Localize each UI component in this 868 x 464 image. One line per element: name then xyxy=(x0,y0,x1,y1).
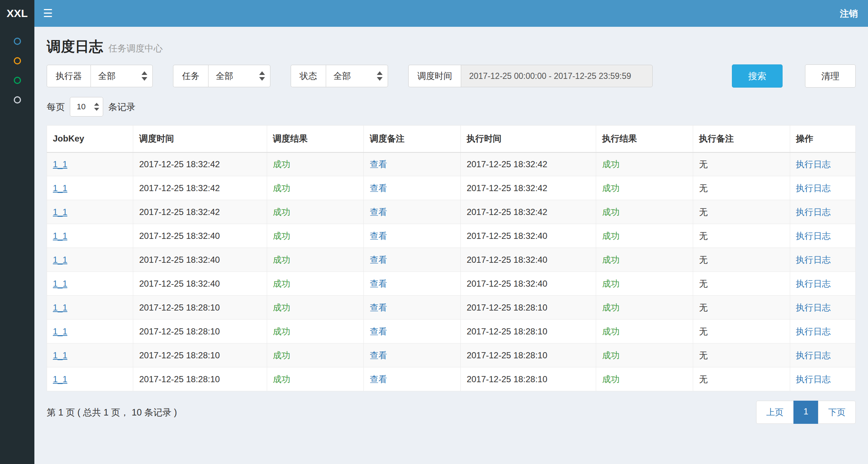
handle-msg-cell: 无 xyxy=(693,343,790,367)
handle-result-cell: 成功 xyxy=(596,248,693,272)
circle-icon[interactable] xyxy=(14,96,21,104)
jobkey-link[interactable]: 1_1 xyxy=(53,374,67,384)
exec-log-link[interactable]: 执行日志 xyxy=(796,207,831,217)
log-table-body: 1_1 2017-12-25 18:32:42 成功 查看 2017-12-25… xyxy=(47,152,856,391)
handle-msg-cell: 无 xyxy=(693,367,790,391)
col-handle-result: 执行结果 xyxy=(596,126,693,152)
exec-log-link[interactable]: 执行日志 xyxy=(796,374,831,384)
clear-button[interactable]: 清理 xyxy=(805,64,856,88)
page-size-suffix: 条记录 xyxy=(108,101,135,113)
exec-log-link[interactable]: 执行日志 xyxy=(796,279,831,288)
trigger-time-cell: 2017-12-25 18:32:40 xyxy=(133,224,267,248)
executor-select[interactable]: 全部 xyxy=(90,65,153,87)
col-trigger-time: 调度时间 xyxy=(133,126,267,152)
trigger-msg-link[interactable]: 查看 xyxy=(370,207,387,217)
circle-icon[interactable] xyxy=(14,77,21,84)
exec-log-link[interactable]: 执行日志 xyxy=(796,303,831,312)
exec-log-link[interactable]: 执行日志 xyxy=(796,326,831,336)
trigger-result-cell: 成功 xyxy=(267,248,364,272)
trigger-result-cell: 成功 xyxy=(267,152,364,176)
table-row: 1_1 2017-12-25 18:32:42 成功 查看 2017-12-25… xyxy=(47,176,856,200)
search-button[interactable]: 搜索 xyxy=(732,64,783,88)
exec-log-link[interactable]: 执行日志 xyxy=(796,231,831,241)
table-row: 1_1 2017-12-25 18:28:10 成功 查看 2017-12-25… xyxy=(47,320,856,343)
table-row: 1_1 2017-12-25 18:32:42 成功 查看 2017-12-25… xyxy=(47,200,856,224)
select-arrows-icon xyxy=(377,71,383,81)
log-table: JobKey 调度时间 调度结果 调度备注 执行时间 执行结果 执行备注 操作 … xyxy=(47,125,856,391)
handle-result-cell: 成功 xyxy=(596,343,693,367)
trigger-msg-link[interactable]: 查看 xyxy=(370,303,387,312)
handle-msg-cell: 无 xyxy=(693,176,790,200)
table-row: 1_1 2017-12-25 18:28:10 成功 查看 2017-12-25… xyxy=(47,296,856,320)
exec-log-link[interactable]: 执行日志 xyxy=(796,350,831,360)
navbar-main: ☰ 注销 xyxy=(34,0,868,27)
handle-time-cell: 2017-12-25 18:28:10 xyxy=(461,343,596,367)
page-subtitle: 任务调度中心 xyxy=(108,43,163,53)
page-size-value: 10 xyxy=(77,102,85,111)
trigger-msg-link[interactable]: 查看 xyxy=(370,279,387,288)
trigger-msg-link[interactable]: 查看 xyxy=(370,350,387,360)
jobkey-link[interactable]: 1_1 xyxy=(53,255,67,265)
page-size-select[interactable]: 10 xyxy=(70,97,103,117)
jobkey-link[interactable]: 1_1 xyxy=(53,207,67,217)
circle-icon[interactable] xyxy=(14,57,21,64)
trigger-result-cell: 成功 xyxy=(267,320,364,343)
current-page-button[interactable]: 1 xyxy=(793,401,818,424)
jobkey-link[interactable]: 1_1 xyxy=(53,231,67,241)
executor-filter-group: 执行器 全部 xyxy=(47,65,153,87)
jobkey-link[interactable]: 1_1 xyxy=(53,183,67,193)
handle-time-cell: 2017-12-25 18:28:10 xyxy=(461,296,596,320)
col-trigger-msg: 调度备注 xyxy=(364,126,461,152)
page-title: 调度日志 xyxy=(47,39,103,54)
prev-page-button[interactable]: 上页 xyxy=(756,401,794,424)
handle-msg-cell: 无 xyxy=(693,272,790,296)
exec-log-link[interactable]: 执行日志 xyxy=(796,183,831,193)
jobkey-link[interactable]: 1_1 xyxy=(53,159,67,169)
trigger-msg-link[interactable]: 查看 xyxy=(370,326,387,336)
select-arrows-icon xyxy=(259,71,265,81)
trigger-result-cell: 成功 xyxy=(267,200,364,224)
trigger-time-cell: 2017-12-25 18:28:10 xyxy=(133,343,267,367)
exec-log-link[interactable]: 执行日志 xyxy=(796,159,831,169)
trigger-time-cell: 2017-12-25 18:28:10 xyxy=(133,320,267,343)
handle-time-cell: 2017-12-25 18:32:40 xyxy=(461,272,596,296)
trigger-msg-link[interactable]: 查看 xyxy=(370,159,387,169)
jobkey-link[interactable]: 1_1 xyxy=(53,279,67,288)
trigger-result-cell: 成功 xyxy=(267,176,364,200)
trigger-time-filter-group: 调度时间 2017-12-25 00:00:00 - 2017-12-25 23… xyxy=(408,65,653,87)
jobkey-link[interactable]: 1_1 xyxy=(53,303,67,312)
trigger-msg-link[interactable]: 查看 xyxy=(370,374,387,384)
trigger-msg-link[interactable]: 查看 xyxy=(370,231,387,241)
filter-bar: 执行器 全部 任务 全部 状态 全部 调度时间 2017-12-25 00:00… xyxy=(47,64,856,88)
trigger-msg-link[interactable]: 查看 xyxy=(370,255,387,265)
next-page-button[interactable]: 下页 xyxy=(818,401,856,424)
job-select[interactable]: 全部 xyxy=(208,65,270,87)
sidebar xyxy=(0,27,34,464)
jobkey-link[interactable]: 1_1 xyxy=(53,326,67,336)
sidebar-menu xyxy=(0,27,34,116)
handle-msg-cell: 无 xyxy=(693,224,790,248)
handle-result-cell: 成功 xyxy=(596,320,693,343)
col-jobkey: JobKey xyxy=(47,126,133,152)
handle-time-cell: 2017-12-25 18:32:42 xyxy=(461,176,596,200)
jobkey-link[interactable]: 1_1 xyxy=(53,350,67,360)
main-content: 调度日志 任务调度中心 执行器 全部 任务 全部 状态 全部 调度时 xyxy=(34,27,868,424)
table-row: 1_1 2017-12-25 18:32:42 成功 查看 2017-12-25… xyxy=(47,152,856,176)
handle-msg-cell: 无 xyxy=(693,200,790,224)
trigger-result-cell: 成功 xyxy=(267,224,364,248)
handle-result-cell: 成功 xyxy=(596,272,693,296)
handle-time-cell: 2017-12-25 18:32:42 xyxy=(461,152,596,176)
trigger-msg-link[interactable]: 查看 xyxy=(370,183,387,193)
status-select[interactable]: 全部 xyxy=(326,65,388,87)
trigger-time-range-input[interactable]: 2017-12-25 00:00:00 - 2017-12-25 23:59:5… xyxy=(461,65,653,87)
exec-log-link[interactable]: 执行日志 xyxy=(796,255,831,265)
sidebar-toggle-icon[interactable]: ☰ xyxy=(43,8,53,19)
handle-time-cell: 2017-12-25 18:32:40 xyxy=(461,248,596,272)
status-filter-label: 状态 xyxy=(291,65,326,87)
trigger-time-cell: 2017-12-25 18:28:10 xyxy=(133,296,267,320)
circle-icon[interactable] xyxy=(14,38,21,45)
executor-select-value: 全部 xyxy=(98,70,115,82)
handle-result-cell: 成功 xyxy=(596,367,693,391)
pagination: 上页 1 下页 xyxy=(756,401,856,424)
logout-link[interactable]: 注销 xyxy=(840,8,858,20)
